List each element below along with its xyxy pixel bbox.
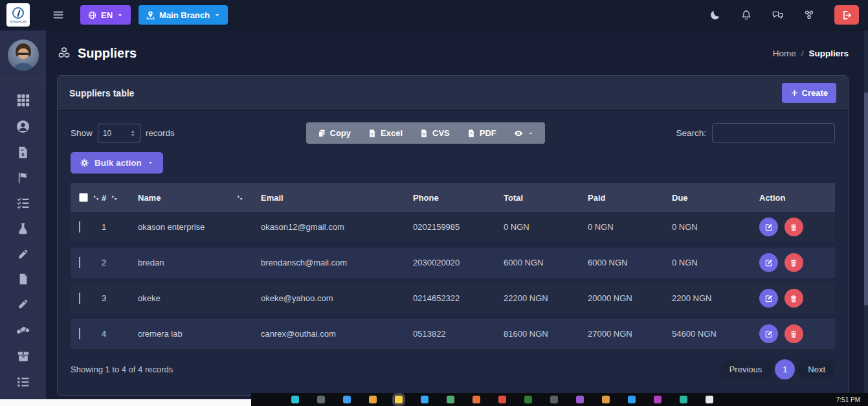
pagination: Previous 1 Next <box>720 359 835 379</box>
col-index-header[interactable]: # <box>102 193 138 203</box>
language-dropdown[interactable]: EN <box>80 5 131 25</box>
col-phone-header[interactable]: Phone <box>413 193 504 203</box>
share-nodes-icon <box>803 9 815 21</box>
due-cell: 54600 NGN <box>672 329 759 339</box>
os-taskbar: 7:51 PM <box>251 393 868 406</box>
row-checkbox[interactable] <box>79 328 80 339</box>
delete-button[interactable] <box>785 289 803 308</box>
paid-cell: 6000 NGN <box>588 258 672 267</box>
sidebar-item-reports[interactable] <box>17 273 30 286</box>
row-checkbox[interactable] <box>79 257 80 268</box>
sidebar-item-medicines[interactable] <box>16 322 30 337</box>
edit-button[interactable] <box>759 324 778 343</box>
dock-app-white-icon[interactable] <box>706 396 713 403</box>
dock-app-orangered-icon[interactable] <box>473 396 480 403</box>
edit-button[interactable] <box>759 289 778 308</box>
next-page-button[interactable]: Next <box>798 359 835 379</box>
sidebar-item-invoices[interactable] <box>16 146 30 159</box>
sidebar-item-inventory[interactable] <box>16 349 30 363</box>
dock-app-grey-icon[interactable] <box>317 396 325 403</box>
sidebar-item-flags[interactable] <box>16 171 30 185</box>
file-icon <box>17 273 30 286</box>
page-number-button[interactable]: 1 <box>775 359 795 379</box>
dark-mode-toggle[interactable] <box>709 9 721 21</box>
col-select-header[interactable] <box>71 193 102 202</box>
records-label: records <box>146 128 175 138</box>
col-paid-header[interactable]: Paid <box>588 193 672 203</box>
network-button[interactable] <box>803 9 815 21</box>
dock-app-slate-icon[interactable] <box>550 396 558 403</box>
test-tube-icon <box>16 247 30 261</box>
menu-toggle-button[interactable] <box>52 8 65 21</box>
dock-app-darkgreen-icon[interactable] <box>524 396 532 403</box>
sidebar-item-tasks[interactable] <box>16 196 30 210</box>
page-title: Suppliers <box>57 46 137 61</box>
eye-icon <box>513 128 524 139</box>
page-size-select[interactable]: 10 ▲▼ <box>98 124 140 142</box>
col-email-header[interactable]: Email <box>261 193 413 203</box>
dock-app-skyblue-icon[interactable] <box>628 396 636 403</box>
bell-icon <box>740 9 752 21</box>
column-visibility-button[interactable] <box>505 122 542 144</box>
csv-button[interactable]: CVS <box>411 122 458 144</box>
dock-app-magenta-icon[interactable] <box>654 396 662 403</box>
page-size-value: 10 <box>103 129 111 138</box>
supplier-row: 1 okason enterprise okason12@gmail.com 0… <box>71 212 835 242</box>
delete-button[interactable] <box>785 253 803 272</box>
breadcrumb-home-link[interactable]: Home <box>773 49 796 58</box>
edit-button[interactable] <box>759 253 778 272</box>
sidebar-item-vials[interactable] <box>16 297 30 311</box>
topbar: UniqueLab EN Main Branch <box>0 0 868 30</box>
dock-app-cyan-icon[interactable] <box>680 396 687 403</box>
dock-app-purple-icon[interactable] <box>576 396 584 403</box>
dock-app-amber-icon[interactable] <box>602 396 610 403</box>
app-logo[interactable]: UniqueLab <box>6 3 30 27</box>
sort-icon <box>110 194 118 202</box>
col-due-header[interactable]: Due <box>672 193 759 203</box>
search-input[interactable] <box>712 123 835 143</box>
dock-app-red-icon[interactable] <box>498 396 506 403</box>
create-button[interactable]: Create <box>782 83 836 103</box>
breadcrumb-separator: / <box>801 49 804 58</box>
due-cell: 0 NGN <box>672 258 759 267</box>
stepper-icon: ▲▼ <box>131 130 135 137</box>
row-checkbox[interactable] <box>79 293 80 304</box>
previous-page-button[interactable]: Previous <box>720 359 772 379</box>
cubes-icon <box>57 47 71 61</box>
notifications-button[interactable] <box>740 9 752 21</box>
sidebar-item-users[interactable] <box>16 119 30 134</box>
dock-app-active-icon[interactable] <box>395 396 403 403</box>
pdf-button[interactable]: PDF <box>458 122 505 144</box>
col-total-header[interactable]: Total <box>504 193 588 203</box>
delete-button[interactable] <box>785 324 803 343</box>
paid-cell: 27000 NGN <box>588 329 672 339</box>
scrollbar-thumb[interactable] <box>864 92 868 306</box>
sidebar-item-samples[interactable] <box>16 247 30 261</box>
breadcrumb-current: Suppliers <box>808 49 849 58</box>
delete-button[interactable] <box>785 218 803 236</box>
col-name-header[interactable]: Name <box>138 193 261 203</box>
copy-button[interactable]: Copy <box>309 122 360 144</box>
branch-dropdown[interactable]: Main Branch <box>139 5 228 25</box>
excel-button[interactable]: Excel <box>359 122 411 144</box>
dock-app-drop-icon[interactable] <box>421 396 428 403</box>
dock-app-blue-icon[interactable] <box>343 396 351 403</box>
row-checkbox[interactable] <box>79 221 80 232</box>
sidebar-item-lab-tests[interactable] <box>16 222 30 236</box>
user-avatar[interactable] <box>8 39 39 71</box>
sidebar-item-lists[interactable] <box>16 375 30 389</box>
select-all-checkbox[interactable] <box>79 193 88 202</box>
chevron-down-icon <box>147 159 154 166</box>
file-pdf-icon <box>467 129 476 138</box>
messages-button[interactable] <box>772 9 784 21</box>
edit-button[interactable] <box>759 218 778 236</box>
dock-app-green-icon[interactable] <box>447 396 454 403</box>
logout-button[interactable] <box>834 5 859 25</box>
trash-icon <box>789 258 798 267</box>
dock-app-orange-icon[interactable] <box>369 396 377 403</box>
bulk-action-dropdown[interactable]: Bulk action <box>71 152 163 174</box>
name-cell: okeke <box>138 293 261 303</box>
due-cell: 0 NGN <box>672 222 759 232</box>
sidebar-item-dashboard[interactable] <box>16 93 30 107</box>
dock-app-teal-icon[interactable] <box>291 396 299 403</box>
